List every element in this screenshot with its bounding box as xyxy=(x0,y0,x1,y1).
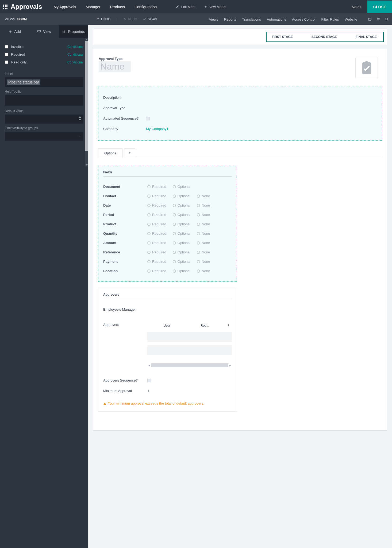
radio-option[interactable]: Required xyxy=(147,260,166,264)
default-value-select[interactable] xyxy=(5,115,83,124)
side-tab-view[interactable]: View xyxy=(29,25,59,38)
company-value-link[interactable]: My Company1 xyxy=(146,127,168,131)
name-input[interactable]: Name xyxy=(99,61,131,72)
readonly-label: Read only xyxy=(11,60,27,64)
radio-option[interactable]: Optional xyxy=(173,250,190,254)
apps-launcher-icon[interactable] xyxy=(0,5,11,9)
radio-option[interactable]: None xyxy=(197,260,210,264)
undo-button[interactable]: UNDO xyxy=(96,17,110,21)
radio-option[interactable]: Optional xyxy=(173,194,190,198)
table-row[interactable] xyxy=(147,332,232,342)
nav-my-approvals[interactable]: My Approvals xyxy=(49,1,81,13)
scrollbar-thumb[interactable] xyxy=(85,41,88,151)
radio-label: None xyxy=(202,250,210,254)
radio-option[interactable]: None xyxy=(197,194,210,198)
scroll-left-icon[interactable]: ◂ xyxy=(147,363,151,367)
radio-option[interactable]: Optional xyxy=(173,213,190,217)
side-tab-properties[interactable]: Properties xyxy=(59,25,88,38)
radio-option[interactable]: None xyxy=(197,250,210,254)
readonly-conditional-link[interactable]: Conditional xyxy=(67,60,83,64)
stage-first[interactable]: FIRST STAGE xyxy=(267,32,299,41)
radio-option[interactable]: Required xyxy=(147,213,166,217)
approvers-card[interactable]: Approvers Employee's Manager Approvers U… xyxy=(98,287,237,412)
link-views[interactable]: Views xyxy=(209,17,218,21)
table-scrollbar[interactable]: ◂ ▸ xyxy=(147,363,232,367)
required-checkbox[interactable] xyxy=(5,53,8,56)
nav-manager[interactable]: Manager xyxy=(81,1,105,13)
table-row[interactable] xyxy=(147,345,232,355)
radio-option[interactable]: Optional xyxy=(173,222,190,226)
radio-option[interactable]: Optional xyxy=(173,231,190,235)
redo-button[interactable]: REDO xyxy=(123,17,137,21)
link-website[interactable]: Website xyxy=(345,17,357,21)
scrollbar-track[interactable] xyxy=(151,363,228,367)
invisible-checkbox[interactable] xyxy=(5,45,8,48)
radio-option[interactable]: Required xyxy=(147,203,166,207)
radio-option[interactable]: None xyxy=(197,241,210,245)
clipboard-check-icon[interactable] xyxy=(355,57,378,79)
sidebar-scrollbar[interactable] xyxy=(85,38,88,166)
notes-button[interactable]: Notes xyxy=(346,1,367,13)
radio-option[interactable]: None xyxy=(197,213,210,217)
radio-icon xyxy=(173,269,176,273)
nav-products[interactable]: Products xyxy=(105,1,130,13)
radio-option[interactable]: Optional xyxy=(173,269,190,273)
col-user[interactable]: User xyxy=(149,324,184,328)
radio-option[interactable]: None xyxy=(197,222,210,226)
radio-option[interactable]: None xyxy=(197,203,210,207)
minimum-approval-value[interactable]: 1 xyxy=(147,389,149,393)
radio-option[interactable]: Required xyxy=(147,231,166,235)
side-tab-add[interactable]: Add xyxy=(0,25,29,38)
link-translations[interactable]: Translations xyxy=(242,17,261,21)
col-required[interactable]: Req... xyxy=(201,324,225,328)
radio-option[interactable]: Required xyxy=(147,269,166,273)
link-automations[interactable]: Automations xyxy=(267,17,286,21)
link-access-control[interactable]: Access Control xyxy=(292,17,315,21)
brand-title[interactable]: Approvals xyxy=(11,3,49,10)
stages-bar: FIRST STAGE SECOND STAGE FINAL STAGE xyxy=(93,29,387,45)
radio-option[interactable]: Required xyxy=(147,250,166,254)
search-icon[interactable] xyxy=(385,17,389,21)
breadcrumb-root[interactable]: VIEWS xyxy=(5,17,15,21)
list-icon xyxy=(62,30,66,33)
radio-option[interactable]: Required xyxy=(147,241,166,245)
radio-option[interactable]: Optional xyxy=(173,241,190,245)
radio-option[interactable]: Required xyxy=(147,222,166,226)
close-button[interactable]: CLOSE xyxy=(367,1,392,13)
radio-icon xyxy=(173,213,176,216)
fields-card[interactable]: Fields DocumentRequiredOptionalContactRe… xyxy=(98,165,237,282)
label-input[interactable]: Pipeline status bar xyxy=(5,77,83,87)
readonly-checkbox[interactable] xyxy=(5,60,8,64)
required-conditional-link[interactable]: Conditional xyxy=(67,53,83,56)
tab-add[interactable] xyxy=(124,148,135,158)
radio-option[interactable]: Optional xyxy=(173,203,190,207)
scroll-up-icon[interactable] xyxy=(85,38,88,41)
radio-option[interactable]: None xyxy=(197,231,210,235)
radio-option[interactable]: Required xyxy=(147,185,166,189)
new-model-button[interactable]: New Model xyxy=(200,5,230,9)
stage-final[interactable]: FINAL STAGE xyxy=(348,32,383,41)
scroll-right-icon[interactable]: ▸ xyxy=(228,363,232,367)
fields-title: Fields xyxy=(103,170,232,177)
card-view-icon[interactable] xyxy=(368,17,372,21)
pipeline-status-bar[interactable]: FIRST STAGE SECOND STAGE FINAL STAGE xyxy=(266,32,384,42)
col-menu-icon[interactable]: ⋮ xyxy=(225,324,230,328)
list-view-icon[interactable] xyxy=(376,17,380,21)
radio-option[interactable]: Required xyxy=(147,194,166,198)
link-reports[interactable]: Reports xyxy=(224,17,236,21)
automated-seq-checkbox[interactable] xyxy=(146,117,150,120)
approvers-seq-checkbox[interactable] xyxy=(147,379,151,382)
link-filter-rules[interactable]: Filter Rules xyxy=(321,17,339,21)
help-tooltip-input[interactable] xyxy=(5,95,83,106)
radio-option[interactable]: Optional xyxy=(173,260,190,264)
nav-configuration[interactable]: Configuration xyxy=(130,1,162,13)
scroll-down-icon[interactable] xyxy=(85,163,88,166)
radio-option[interactable]: Optional xyxy=(173,185,190,189)
edit-menu-button[interactable]: Edit Menu xyxy=(172,5,200,9)
invisible-conditional-link[interactable]: Conditional xyxy=(67,45,83,49)
stage-second[interactable]: SECOND STAGE xyxy=(304,32,343,41)
visibility-select[interactable] xyxy=(5,132,83,141)
radio-option[interactable]: None xyxy=(197,269,210,273)
tab-options[interactable]: Options xyxy=(98,148,122,158)
main-fields-box[interactable]: Description Approval Type Automated Sequ… xyxy=(98,86,382,141)
